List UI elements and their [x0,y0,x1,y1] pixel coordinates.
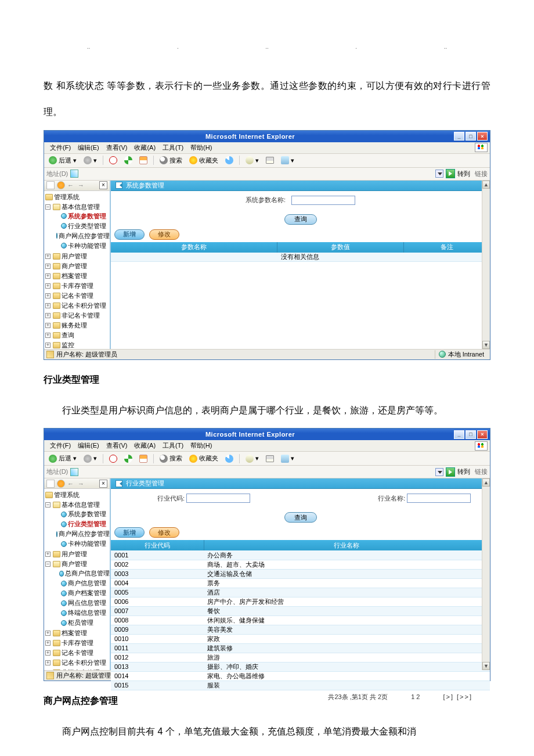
tree-item[interactable]: 档案管理 [62,629,87,638]
table-row[interactable]: 0009美容美发 [111,625,490,634]
expand-icon[interactable]: + [45,313,50,318]
modify-button[interactable]: 修改 [149,229,179,240]
expand-icon[interactable]: + [45,264,50,269]
menu-edit[interactable]: 编辑(E) [74,143,103,152]
col-remark[interactable]: 备注 [404,242,490,253]
tree-item[interactable]: 查询 [62,331,74,340]
table-row[interactable]: 0013摄影、冲印、婚庆 [111,662,490,671]
titlebar[interactable]: Microsoft Internet Explorer _ □ × [44,429,490,440]
tree-tool-2[interactable] [57,181,65,189]
menu-help[interactable]: 帮助(H) [187,143,215,152]
new-button[interactable]: 新增 [114,229,145,240]
scrollbar[interactable]: ▲ ▼ [482,478,490,670]
menu-help[interactable]: 帮助(H) [187,441,215,450]
scroll-down-icon[interactable]: ▼ [482,341,490,349]
table-row[interactable]: 0005酒店 [111,588,490,597]
scroll-up-icon[interactable]: ▲ [482,478,490,487]
menu-view[interactable]: 查看(V) [103,143,131,152]
tree-tool-1[interactable] [46,480,55,488]
tree-item[interactable]: 行业类型管理 [68,222,106,231]
tree-item[interactable]: 监控 [62,341,74,349]
expand-icon[interactable]: − [45,561,50,567]
tree-item[interactable]: 终端信息管理 [68,609,106,617]
tree-item[interactable]: 总商户信息管理 [65,569,110,578]
menu-tools[interactable]: 工具(T) [159,441,187,450]
back-button[interactable]: 后退 ▾ [46,453,79,463]
forward-button[interactable]: ▾ [81,156,99,165]
expand-icon[interactable]: + [45,660,50,665]
tree-item[interactable]: 用户管理 [62,252,87,261]
expand-icon[interactable]: + [45,333,50,338]
print-button[interactable] [264,455,276,463]
search-button[interactable]: 搜索 [157,453,185,463]
forward-button[interactable]: ▾ [81,454,99,463]
table-row[interactable]: 0004票务 [111,578,490,588]
tree-item[interactable]: 卡种功能管理 [68,242,106,250]
tree-item[interactable]: 基本信息管理 [62,203,100,211]
table-row[interactable]: 0008休闲娱乐、健身保健 [111,615,490,625]
panel-back-icon[interactable] [116,480,122,487]
search-button[interactable]: 搜索 [157,156,185,165]
titlebar[interactable]: Microsoft Internet Explorer _ □ × [44,131,490,142]
menu-edit[interactable]: 编辑(E) [74,441,103,450]
expand-icon[interactable]: + [45,631,50,636]
col-code[interactable]: 行业代码 [111,540,204,550]
go-button[interactable] [446,169,455,178]
tree-item[interactable]: 商户档案管理 [68,589,106,597]
maximize-button[interactable]: □ [466,132,476,141]
search-button-form[interactable]: 查询 [284,214,317,225]
expand-icon[interactable]: + [45,323,50,328]
menu-view[interactable]: 查看(V) [103,441,131,450]
minimize-button[interactable]: _ [454,430,464,439]
col-name[interactable]: 行业名称 [204,540,490,550]
edit-button[interactable]: ▾ [279,156,297,165]
home-button[interactable] [137,156,150,165]
go-button[interactable] [446,467,455,477]
expand-icon[interactable]: + [45,303,50,308]
tree-item[interactable]: 记名卡积分管理 [62,658,106,667]
tree-item[interactable]: 卡库存管理 [62,639,93,647]
scrollbar[interactable]: ▲ ▼ [482,181,490,349]
tree-nav-arrows[interactable]: ← → [67,182,97,189]
tree-item[interactable]: 基本信息管理 [62,501,100,509]
menu-fav[interactable]: 收藏(A) [131,441,159,450]
tree-item[interactable]: 记名卡管理 [62,649,93,657]
tree-item[interactable]: 非记名卡管理 [62,668,100,670]
expand-icon[interactable]: + [45,293,50,298]
expand-icon[interactable]: + [45,283,50,289]
tree-close-button[interactable]: × [99,480,107,488]
tree-item[interactable]: 用户管理 [62,550,87,559]
tree-close-button[interactable]: × [99,181,107,189]
history-button[interactable] [223,454,236,463]
tree-root[interactable]: 管理系统 [54,491,80,499]
tree-item[interactable]: 卡库存管理 [62,282,93,290]
tree-nav-arrows[interactable]: ← → [67,480,97,487]
tree-item[interactable]: 系统参数管理 [68,212,106,221]
tree-item[interactable]: 商户管理 [62,560,87,568]
refresh-button[interactable] [122,454,135,463]
edit-button[interactable]: ▾ [279,454,297,463]
tree-item[interactable]: 商户信息管理 [68,579,106,588]
back-button[interactable]: 后退 ▾ [46,156,79,165]
expand-icon[interactable]: + [45,640,50,646]
expand-icon[interactable]: − [45,204,50,210]
table-row[interactable]: 0011建筑装修 [111,643,490,653]
favorites-button[interactable]: 收藏夹 [187,156,221,165]
table-row[interactable]: 0003交通运输及仓储 [111,569,490,578]
table-row[interactable]: 0010家政 [111,634,490,643]
tree-item[interactable]: 网点信息管理 [68,599,106,607]
stop-button[interactable] [107,454,120,463]
tree-item[interactable]: 商户管理 [62,262,87,271]
tree-item[interactable]: 非记名卡管理 [62,311,100,320]
table-row[interactable]: 0002商场、超市、大卖场 [111,560,490,569]
tree-item[interactable]: 商户网点控参管理 [59,530,110,538]
scroll-up-icon[interactable]: ▲ [482,181,490,189]
tree-item[interactable]: 系统参数管理 [68,510,106,519]
pager-next[interactable]: [>] [>>] [443,693,472,700]
mail-button[interactable]: ▾ [243,454,261,463]
expand-icon[interactable]: + [45,254,50,259]
param-name-input[interactable] [291,196,355,205]
expand-icon[interactable]: − [45,502,50,507]
tree-item[interactable]: 账务处理 [62,321,87,330]
menu-tools[interactable]: 工具(T) [159,143,187,152]
